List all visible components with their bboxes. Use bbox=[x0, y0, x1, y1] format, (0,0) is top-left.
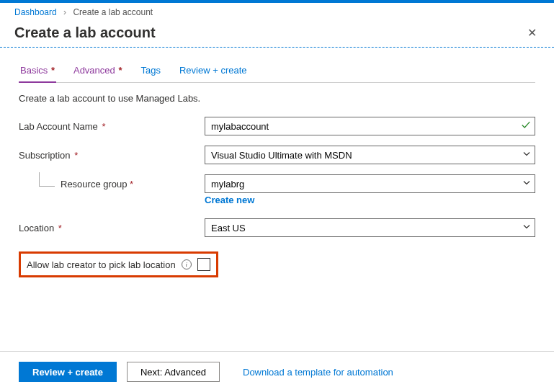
page-title: Create a lab account bbox=[14, 24, 156, 41]
allow-creator-label: Allow lab creator to pick lab location bbox=[27, 259, 176, 270]
subscription-select[interactable] bbox=[205, 146, 535, 164]
tab-tags[interactable]: Tags bbox=[139, 61, 161, 83]
location-label: Location * bbox=[19, 223, 205, 233]
tab-advanced[interactable]: Advanced * bbox=[72, 61, 124, 83]
required-indicator: * bbox=[48, 65, 55, 76]
review-create-button[interactable]: Review + create bbox=[19, 362, 117, 382]
chevron-right-icon: › bbox=[63, 7, 66, 17]
lab-account-name-input[interactable] bbox=[205, 117, 535, 135]
subscription-label: Subscription * bbox=[19, 150, 205, 161]
tree-connector bbox=[39, 172, 55, 187]
required-indicator: * bbox=[116, 65, 122, 76]
resource-group-select[interactable] bbox=[205, 174, 535, 193]
info-icon[interactable]: i bbox=[182, 259, 192, 270]
tab-basics-label: Basics bbox=[20, 65, 48, 76]
tab-basics[interactable]: Basics * bbox=[19, 61, 56, 83]
breadcrumb-root-link[interactable]: Dashboard bbox=[14, 7, 57, 17]
lab-account-name-label: Lab Account Name * bbox=[19, 121, 205, 132]
create-new-resource-group-link[interactable]: Create new bbox=[205, 195, 254, 205]
tab-description: Create a lab account to use Managed Labs… bbox=[19, 93, 535, 104]
next-advanced-button[interactable]: Next: Advanced bbox=[127, 362, 220, 382]
breadcrumb-current: Create a lab account bbox=[73, 7, 153, 17]
breadcrumb: Dashboard › Create a lab account bbox=[0, 3, 554, 20]
resource-group-label: Resource group * bbox=[61, 179, 133, 190]
tab-review[interactable]: Review + create bbox=[178, 61, 249, 83]
footer-bar: Review + create Next: Advanced Download … bbox=[0, 351, 554, 392]
close-icon[interactable]: ✕ bbox=[524, 24, 540, 41]
allow-creator-highlight: Allow lab creator to pick lab location i bbox=[19, 251, 218, 277]
allow-creator-checkbox[interactable] bbox=[197, 258, 210, 271]
tab-bar: Basics * Advanced * Tags Review + create bbox=[19, 61, 535, 83]
download-template-link[interactable]: Download a template for automation bbox=[243, 367, 393, 378]
tab-advanced-label: Advanced bbox=[73, 65, 115, 76]
location-select[interactable] bbox=[205, 218, 535, 237]
